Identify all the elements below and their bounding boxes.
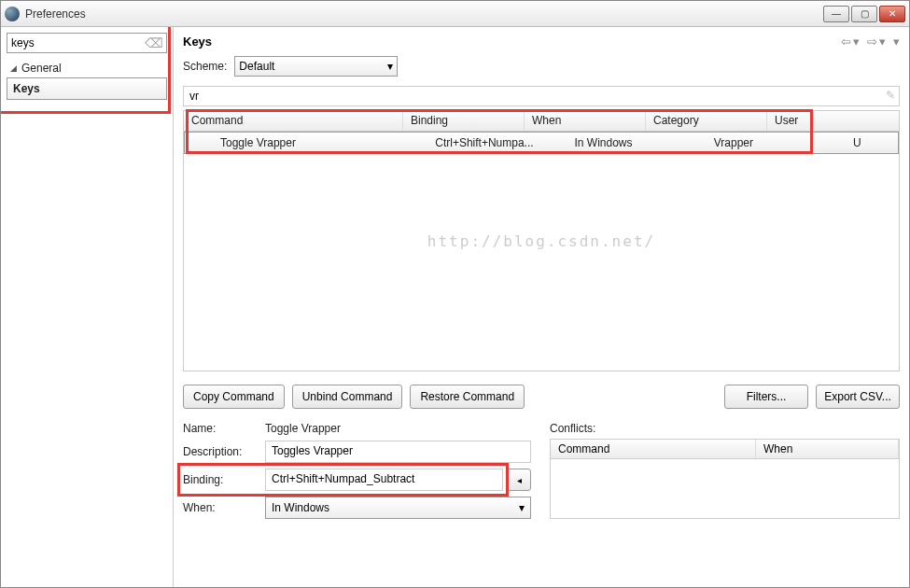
clear-search-icon[interactable]: ⌫ [145, 35, 163, 50]
chevron-down-icon: ▾ [519, 501, 525, 514]
binding-label: Binding: [183, 473, 265, 486]
col-when[interactable]: When [525, 111, 646, 131]
dropdown-icon[interactable]: ▾ [879, 35, 886, 49]
preferences-tree: ◢ General Keys [7, 59, 167, 100]
preferences-window: Preferences — ▢ ✕ ⌫ ◢ General Keys [0, 0, 910, 588]
scheme-value: Default [239, 60, 274, 73]
when-label: When: [183, 501, 265, 514]
binding-input[interactable]: Ctrl+Shift+Numpad_Subtract [265, 469, 503, 491]
filter-box: ✎ [183, 86, 900, 106]
cell-command: Toggle Vrapper [190, 133, 410, 152]
watermark-text: http://blog.csdn.net/ [427, 232, 655, 250]
bindings-table: Command Binding When Category User Toggl… [183, 110, 900, 371]
details-form: Name: Toggle Vrapper Description: Toggle… [183, 422, 531, 519]
name-label: Name: [183, 422, 265, 435]
page-title: Keys [183, 35, 841, 49]
conflicts-col-command[interactable]: Command [551, 440, 756, 458]
tree-item-keys[interactable]: Keys [7, 77, 167, 100]
edit-icon[interactable]: ✎ [886, 89, 895, 102]
window-title: Preferences [25, 7, 823, 21]
tree-item-label: Keys [13, 82, 40, 95]
cell-binding: Ctrl+Shift+Numpa... [427, 133, 549, 152]
menu-dropdown-icon[interactable]: ▾ [893, 35, 900, 49]
chevron-down-icon: ▾ [387, 60, 393, 73]
scheme-row: Scheme: Default ▾ [183, 56, 900, 77]
body: ⌫ ◢ General Keys Keys ⇦ ▾ ⇨ [1, 27, 909, 587]
conflicts-label: Conflicts: [550, 422, 900, 435]
conflicts-col-when[interactable]: When [756, 440, 899, 458]
description-label: Description: [183, 445, 265, 458]
tree-item-label: General [21, 62, 62, 75]
forward-icon[interactable]: ⇨ [867, 35, 877, 49]
cell-category: Vrapper [707, 133, 828, 152]
table-row[interactable]: Toggle Vrapper Ctrl+Shift+Numpa... In Wi… [184, 132, 899, 154]
when-value: In Windows [272, 501, 329, 514]
copy-command-button[interactable]: Copy Command [183, 385, 285, 409]
restore-command-button[interactable]: Restore Command [410, 385, 525, 409]
sidebar: ⌫ ◢ General Keys [1, 27, 174, 587]
filter-input[interactable] [188, 89, 878, 104]
sidebar-search-input[interactable] [7, 33, 167, 53]
maximize-button[interactable]: ▢ [851, 6, 877, 22]
command-buttons-row: Copy Command Unbind Command Restore Comm… [183, 385, 900, 409]
col-user[interactable]: User [767, 111, 814, 131]
cell-when: In Windows [567, 133, 689, 152]
window-buttons: — ▢ ✕ [823, 6, 905, 22]
conflicts-header: Command When [550, 439, 900, 459]
conflicts-body [550, 459, 900, 519]
export-csv-button[interactable]: Export CSV... [816, 385, 900, 409]
eclipse-icon [5, 7, 20, 21]
col-command[interactable]: Command [184, 111, 403, 131]
col-binding[interactable]: Binding [403, 111, 525, 131]
dropdown-icon[interactable]: ▾ [853, 35, 860, 49]
minimize-button[interactable]: — [823, 6, 849, 22]
sidebar-search: ⌫ [7, 33, 167, 53]
titlebar: Preferences — ▢ ✕ [1, 1, 909, 27]
unbind-command-button[interactable]: Unbind Command [292, 385, 403, 409]
main-panel: Keys ⇦ ▾ ⇨ ▾ ▾ Scheme: Default ▾ [174, 27, 909, 587]
table-header: Command Binding When Category User [184, 111, 899, 132]
tree-item-general[interactable]: ◢ General [7, 59, 167, 77]
back-icon[interactable]: ⇦ [841, 35, 851, 49]
conflicts-panel: Conflicts: Command When [550, 422, 900, 519]
close-button[interactable]: ✕ [879, 6, 905, 22]
description-input[interactable]: Toggles Vrapper [265, 441, 531, 463]
scheme-label: Scheme: [183, 60, 227, 73]
nav-arrows: ⇦ ▾ ⇨ ▾ ▾ [841, 35, 900, 49]
when-select[interactable]: In Windows ▾ [265, 497, 531, 519]
name-value: Toggle Vrapper [265, 422, 531, 435]
scheme-select[interactable]: Default ▾ [234, 56, 398, 77]
filters-button[interactable]: Filters... [724, 385, 808, 409]
expand-icon[interactable]: ◢ [10, 63, 21, 73]
binding-scroll-button[interactable]: ◂ [507, 469, 531, 491]
cell-user: U [846, 133, 892, 152]
page-header: Keys ⇦ ▾ ⇨ ▾ ▾ [183, 35, 900, 49]
col-category[interactable]: Category [646, 111, 767, 131]
details-section: Name: Toggle Vrapper Description: Toggle… [183, 422, 900, 519]
